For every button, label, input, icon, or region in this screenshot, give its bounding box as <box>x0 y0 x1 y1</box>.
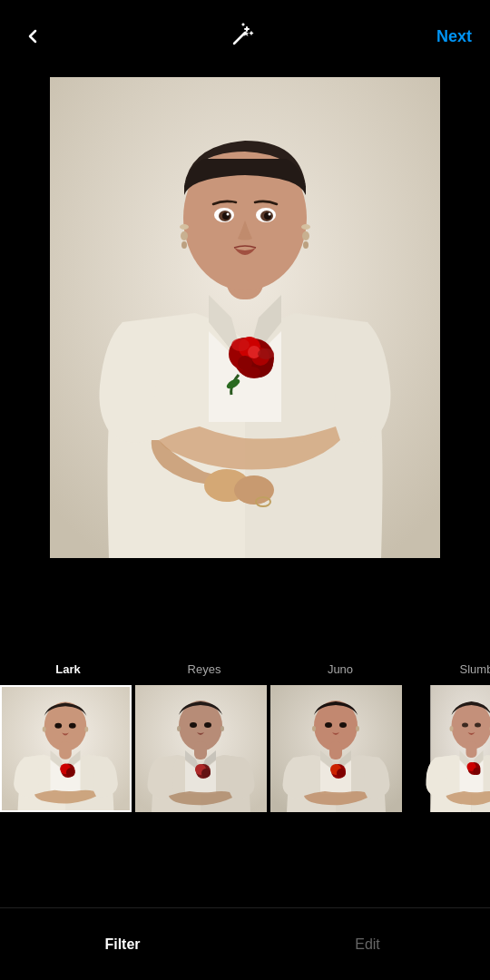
bottom-tabs: Filter Edit <box>0 907 490 980</box>
svg-point-25 <box>181 241 187 249</box>
svg-point-37 <box>258 348 274 359</box>
svg-point-50 <box>84 727 88 732</box>
svg-point-11 <box>234 475 274 505</box>
svg-line-0 <box>234 33 245 44</box>
svg-point-22 <box>269 213 271 216</box>
svg-point-65 <box>325 722 332 728</box>
svg-point-77 <box>475 723 481 728</box>
next-button[interactable]: Next <box>433 20 475 54</box>
filter-item-reyes[interactable]: Reyes <box>136 662 272 681</box>
svg-point-28 <box>303 241 309 249</box>
filter-name-slumb: Slumb <box>460 662 490 676</box>
svg-point-72 <box>356 726 359 731</box>
svg-rect-78 <box>466 741 477 758</box>
svg-rect-45 <box>59 741 72 759</box>
svg-point-54 <box>190 722 197 728</box>
filter-label-row: Lark Reyes Juno Slumb <box>0 662 490 681</box>
filter-thumb-juno[interactable] <box>270 685 402 812</box>
filter-item-juno[interactable]: Juno <box>272 662 408 681</box>
svg-point-61 <box>220 726 224 731</box>
svg-point-49 <box>43 727 46 732</box>
svg-point-38 <box>242 367 260 377</box>
svg-point-26 <box>301 224 310 230</box>
svg-point-44 <box>69 723 76 729</box>
svg-point-43 <box>54 723 62 729</box>
edit-tab[interactable]: Edit <box>245 936 490 953</box>
filter-name-lark: Lark <box>55 662 80 676</box>
filter-thumb-reyes[interactable] <box>135 685 267 812</box>
svg-point-24 <box>181 231 188 240</box>
main-image-container <box>0 73 490 563</box>
svg-point-23 <box>180 224 189 230</box>
back-button[interactable] <box>15 18 51 54</box>
filter-tab[interactable]: Filter <box>0 936 245 953</box>
header: Next <box>0 0 490 73</box>
filter-thumb-lark[interactable] <box>0 685 132 812</box>
svg-point-21 <box>227 213 230 216</box>
svg-point-71 <box>312 726 316 731</box>
edit-tab-label: Edit <box>355 936 380 953</box>
svg-point-36 <box>231 338 250 351</box>
svg-point-27 <box>302 231 309 240</box>
main-image <box>50 77 440 558</box>
svg-point-70 <box>337 769 346 778</box>
filter-item-slumb[interactable]: Slumb <box>408 662 490 681</box>
svg-point-59 <box>201 769 211 778</box>
filter-name-reyes: Reyes <box>188 662 221 676</box>
svg-point-76 <box>462 723 468 728</box>
svg-point-55 <box>204 722 211 728</box>
svg-point-66 <box>339 722 347 728</box>
svg-rect-67 <box>329 741 342 760</box>
svg-point-60 <box>177 726 181 731</box>
filter-item-lark[interactable]: Lark <box>0 662 136 681</box>
sparkle-tool-button[interactable] <box>227 22 256 51</box>
svg-point-82 <box>450 726 454 731</box>
filter-thumb-slumb[interactable] <box>406 685 490 812</box>
filter-thumbnails <box>0 685 490 817</box>
svg-point-48 <box>66 768 75 777</box>
filter-tab-label: Filter <box>104 936 140 953</box>
svg-rect-56 <box>194 741 207 760</box>
svg-point-81 <box>474 768 481 775</box>
filter-name-juno: Juno <box>328 662 353 676</box>
